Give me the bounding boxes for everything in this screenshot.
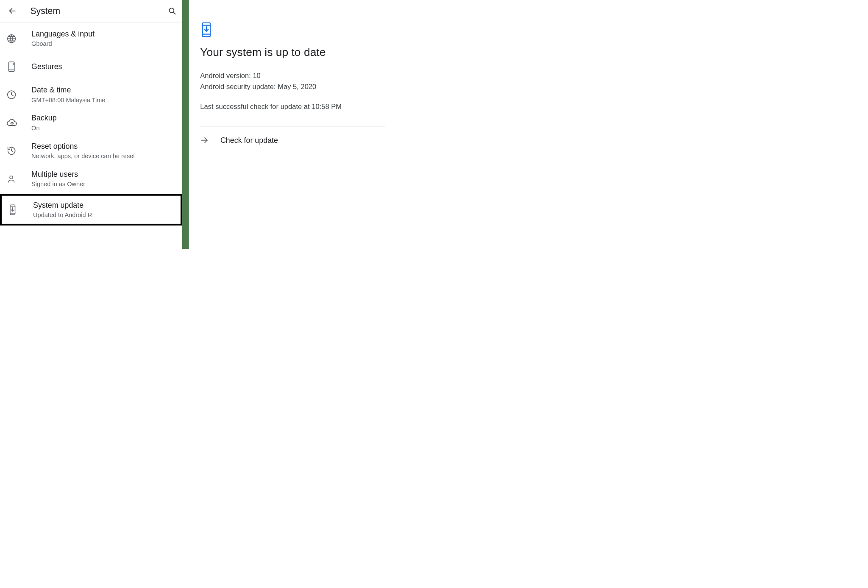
back-button[interactable] bbox=[6, 4, 19, 18]
row-label: System update bbox=[33, 200, 92, 210]
globe-icon bbox=[7, 34, 16, 43]
search-button[interactable] bbox=[165, 4, 179, 18]
row-label: Multiple users bbox=[31, 170, 85, 179]
system-update-hero-icon bbox=[200, 22, 212, 38]
update-headline: Your system is up to date bbox=[200, 46, 374, 59]
row-label: Reset options bbox=[31, 141, 135, 151]
row-date-time[interactable]: Date & time GMT+08:00 Malaysia Time bbox=[0, 81, 182, 109]
gestures-icon bbox=[7, 61, 16, 72]
row-label: Backup bbox=[31, 113, 57, 123]
row-label: Date & time bbox=[31, 85, 105, 95]
update-info: Android version: 10 Android security upd… bbox=[200, 70, 374, 92]
pane-divider bbox=[182, 0, 189, 249]
row-reset-options[interactable]: Reset options Network, apps, or device c… bbox=[0, 137, 182, 165]
row-sub: Gboard bbox=[31, 40, 95, 48]
clock-icon bbox=[7, 90, 16, 99]
check-for-update-label: Check for update bbox=[220, 136, 278, 145]
update-hero-icon-wrap bbox=[200, 22, 374, 38]
row-label: Languages & input bbox=[31, 29, 95, 39]
row-sub: GMT+08:00 Malaysia Time bbox=[31, 96, 105, 104]
svg-point-11 bbox=[10, 176, 13, 179]
android-version-line: Android version: 10 bbox=[200, 70, 374, 81]
search-icon bbox=[168, 7, 176, 15]
check-for-update-row[interactable]: Check for update bbox=[200, 126, 385, 154]
last-check-line: Last successful check for update at 10:5… bbox=[200, 102, 374, 110]
arrow-back-icon bbox=[8, 7, 17, 15]
row-sub: Updated to Android R bbox=[33, 211, 92, 219]
person-icon bbox=[7, 174, 16, 183]
restore-icon bbox=[7, 146, 16, 156]
row-label: Gestures bbox=[31, 62, 62, 72]
row-sub: Network, apps, or device can be reset bbox=[31, 152, 135, 160]
row-backup[interactable]: Backup On bbox=[0, 109, 182, 137]
page-title: System bbox=[30, 6, 165, 16]
cloud-upload-icon bbox=[7, 119, 17, 127]
row-gestures[interactable]: Gestures bbox=[0, 53, 182, 81]
row-multiple-users[interactable]: Multiple users Signed in as Owner bbox=[0, 165, 182, 193]
system-settings-pane: System Languages & input Gboard bbox=[0, 0, 182, 249]
appbar: System bbox=[0, 0, 182, 22]
system-update-pane: Your system is up to date Android versio… bbox=[189, 0, 385, 249]
arrow-forward-icon bbox=[200, 136, 209, 145]
row-system-update[interactable]: System update Updated to Android R bbox=[0, 194, 182, 226]
row-sub: Signed in as Owner bbox=[31, 181, 85, 189]
svg-line-2 bbox=[173, 12, 175, 14]
security-update-line: Android security update: May 5, 2020 bbox=[200, 81, 374, 92]
system-update-icon bbox=[8, 204, 17, 215]
row-languages-input[interactable]: Languages & input Gboard bbox=[0, 25, 182, 53]
settings-list: Languages & input Gboard Gestures Date &… bbox=[0, 22, 182, 226]
row-sub: On bbox=[31, 124, 57, 132]
